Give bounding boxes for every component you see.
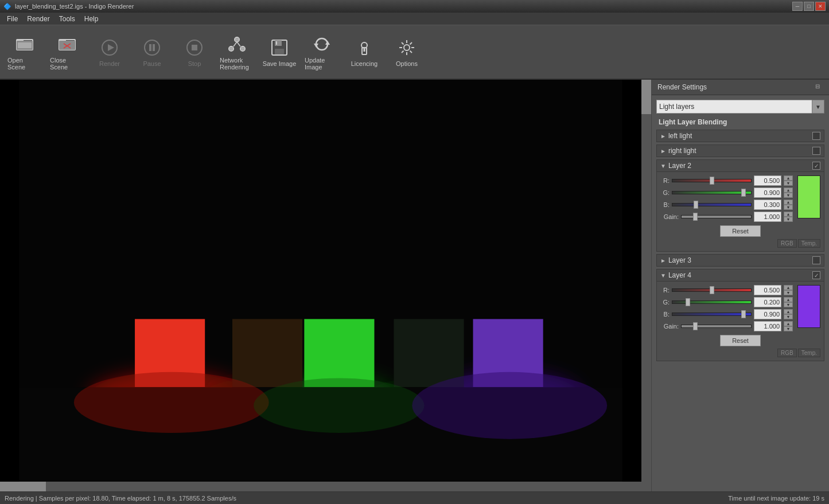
layer-4-header[interactable]: ▼ Layer 4	[656, 269, 824, 282]
svg-rect-49	[232, 319, 302, 387]
minimize-button[interactable]: ─	[792, 2, 803, 11]
menu-help[interactable]: Help	[80, 14, 103, 24]
right-light-checkbox[interactable]	[812, 147, 820, 155]
svg-line-40	[410, 42, 412, 45]
canvas-scroll-thumb-v[interactable]	[641, 80, 651, 114]
update-image-button[interactable]: Update Image	[302, 29, 342, 76]
network-rendering-button[interactable]: Network Rendering	[217, 29, 257, 76]
layer-2-header[interactable]: ▼ Layer 2	[656, 159, 824, 172]
layer-4-temp-tab[interactable]: Temp.	[798, 349, 820, 357]
menu-render[interactable]: Render	[22, 14, 54, 24]
layer-2-r-label: R:	[660, 177, 670, 184]
layer-2-b-slider[interactable]	[672, 201, 752, 209]
layer-4-g-slider[interactable]	[672, 298, 752, 306]
layer-2-rgb-tab[interactable]: RGB	[777, 239, 797, 248]
layer-2-r-input[interactable]	[754, 175, 781, 186]
layer-2-gain-input[interactable]	[754, 212, 781, 222]
layer-4-g-spin-down[interactable]: ▼	[784, 302, 793, 307]
layer-4-g-thumb[interactable]	[686, 298, 690, 306]
options-label: Options	[396, 60, 418, 67]
layer-4-g-spin-up[interactable]: ▲	[784, 297, 793, 302]
light-layers-dropdown[interactable]: Light layers Tone mapping Watermark	[656, 100, 812, 114]
layer-3-header[interactable]: ► Layer 3	[656, 254, 824, 267]
layer-4-reset-row: Reset	[660, 335, 820, 346]
layer-2-g-label: G:	[660, 189, 670, 196]
options-button[interactable]: Options	[387, 29, 427, 76]
open-scene-button[interactable]: Open Scene	[5, 29, 45, 76]
layer-4-gain-spin-up[interactable]: ▲	[784, 321, 793, 326]
layer-4-b-slider[interactable]	[672, 310, 752, 318]
layer-2-r-thumb[interactable]	[710, 177, 714, 185]
layer-4-b-input[interactable]	[754, 309, 781, 319]
licencing-label: Licencing	[351, 60, 377, 67]
layer-2-gain-spin-up[interactable]: ▲	[784, 212, 793, 217]
layer-4-b-spin-down[interactable]: ▼	[784, 314, 793, 319]
layer-2-gain-slider[interactable]	[681, 213, 752, 221]
layer-4-r-slider[interactable]	[672, 286, 752, 294]
layer-4-r-label: R:	[660, 287, 670, 294]
layer-2-g-slider[interactable]	[672, 189, 752, 197]
layer-4-gain-slider[interactable]	[681, 322, 752, 330]
left-light-checkbox[interactable]	[812, 132, 820, 140]
layer-4-b-spin-up[interactable]: ▲	[784, 309, 793, 314]
layer-2-b-spin-down[interactable]: ▼	[784, 205, 793, 210]
layer-2-gain-spin-down[interactable]: ▼	[784, 217, 793, 222]
layer-2-b-spin-up[interactable]: ▲	[784, 200, 793, 205]
layer-4-gain-thumb[interactable]	[693, 322, 698, 330]
layer-2-gain-thumb[interactable]	[693, 213, 698, 221]
layer-3-checkbox[interactable]	[812, 256, 820, 264]
layer-2-gain-spin: ▲ ▼	[784, 212, 793, 222]
maximize-button[interactable]: □	[804, 2, 814, 11]
layer-4-r-thumb[interactable]	[710, 286, 714, 294]
layer-4-gain-spin-down[interactable]: ▼	[784, 326, 793, 331]
layer-4-rgb-tab[interactable]: RGB	[777, 349, 797, 357]
open-scene-label: Open Scene	[7, 57, 42, 71]
canvas-area[interactable]	[0, 80, 651, 491]
layer-4-b-thumb[interactable]	[741, 310, 746, 318]
layer-4-checkbox[interactable]	[812, 271, 820, 279]
left-light-header[interactable]: ► left light	[656, 130, 824, 142]
canvas-scrollbar-h[interactable]	[0, 482, 641, 491]
svg-rect-12	[149, 44, 151, 51]
right-light-header[interactable]: ► right light	[656, 144, 824, 157]
licencing-button[interactable]: Licencing	[344, 29, 384, 76]
save-image-button[interactable]: Save Image	[259, 29, 299, 76]
layer-2-reset-button[interactable]: Reset	[720, 225, 761, 237]
layer-2-r-slider[interactable]	[672, 177, 752, 185]
close-scene-button[interactable]: Close Scene	[47, 29, 87, 76]
layer-2-color-preview[interactable]	[797, 175, 820, 218]
layer-4-r-input[interactable]	[754, 285, 781, 295]
render-button[interactable]: Render	[89, 29, 130, 76]
layer-2-g-spin-down[interactable]: ▼	[784, 193, 793, 198]
layer-2-gain-label: Gain:	[660, 213, 679, 220]
layer-4-r-spin-up[interactable]: ▲	[784, 285, 793, 290]
layer-2-r-spin-down[interactable]: ▼	[784, 181, 793, 186]
layer-4-g-input[interactable]	[754, 297, 781, 307]
pause-button[interactable]: Pause	[132, 29, 172, 76]
layer-4-reset-button[interactable]: Reset	[720, 335, 761, 346]
panel-collapse-icon[interactable]: ⊟	[815, 83, 823, 91]
layer-2-r-spin-up[interactable]: ▲	[784, 175, 793, 181]
layer-2-b-thumb[interactable]	[694, 201, 698, 209]
layer-4-arrow: ▼	[660, 272, 666, 279]
layer-2-g-thumb[interactable]	[741, 189, 746, 197]
layer-2-g-input[interactable]	[754, 187, 781, 198]
layer-2-checkbox[interactable]	[812, 162, 820, 170]
canvas-scrollbar-v[interactable]	[641, 80, 651, 482]
layer-2-g-spin-up[interactable]: ▲	[784, 187, 793, 193]
layer-4-r-spin-down[interactable]: ▼	[784, 290, 793, 295]
layer-2-temp-tab[interactable]: Temp.	[798, 239, 820, 248]
dropdown-arrow-icon[interactable]: ▼	[812, 100, 824, 114]
render-icon	[99, 37, 120, 58]
menu-tools[interactable]: Tools	[55, 14, 80, 24]
layer-2-b-input[interactable]	[754, 200, 781, 210]
layer-4-color-preview[interactable]	[797, 285, 820, 328]
light-layer-blending-title: Light Layer Blending	[656, 118, 824, 126]
menu-file[interactable]: File	[2, 14, 22, 24]
stop-button[interactable]: Stop	[174, 29, 215, 76]
save-image-icon	[269, 37, 290, 58]
layer-4-gain-input[interactable]	[754, 321, 781, 331]
close-button[interactable]: ✕	[815, 2, 826, 11]
canvas-scroll-thumb-h[interactable]	[0, 482, 46, 491]
network-rendering-label: Network Rendering	[220, 57, 254, 71]
